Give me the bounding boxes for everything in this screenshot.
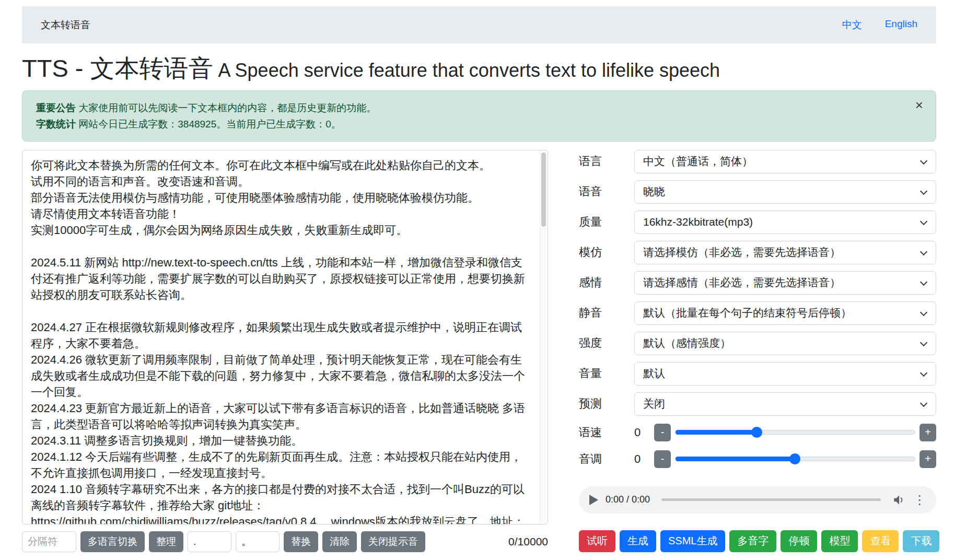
replace-button[interactable]: 替换 xyxy=(284,531,318,552)
label-intensity: 强度 xyxy=(579,335,634,351)
label-predict: 预测 xyxy=(579,396,634,412)
close-icon[interactable]: × xyxy=(915,98,923,112)
polyphone-button[interactable]: 多音字 xyxy=(729,530,776,552)
speed-minus-button[interactable]: - xyxy=(654,424,671,441)
editor-column: 你可将此文本替换为所需的任何文本。你可在此文本框中编写或在此处粘贴你自己的文本。… xyxy=(22,150,548,552)
voice-select[interactable]: 晓晓 xyxy=(634,180,936,204)
clear-button[interactable]: 清除 xyxy=(322,531,357,552)
alert-notice-label: 重要公告 xyxy=(36,102,76,113)
mimic-select-value: 请选择模仿（非必选，需要先选择语音） xyxy=(643,245,841,260)
ssml-generate-button[interactable]: SSML生成 xyxy=(660,530,725,552)
title-main: TTS - 文本转语音 xyxy=(22,54,213,82)
alert-line-stats: 字数统计 网站今日已生成字数：3848925。当前用户已生成字数：0。 xyxy=(36,116,904,132)
textarea-scrollbar[interactable] xyxy=(540,151,547,523)
speed-slider-thumb[interactable] xyxy=(751,427,762,438)
preview-button[interactable]: 试听 xyxy=(579,530,615,552)
volume-icon[interactable] xyxy=(892,493,906,507)
tidy-button[interactable]: 整理 xyxy=(149,531,183,552)
pitch-slider-thumb[interactable] xyxy=(789,453,800,464)
pause-insert-button[interactable]: 停顿 xyxy=(781,530,817,552)
audio-player: 0:00 / 0:00 ⋮ xyxy=(579,486,936,514)
editor-toolbar: 多语言切换 整理 替换 清除 关闭提示音 0/10000 xyxy=(22,531,548,552)
chevron-down-icon xyxy=(920,400,927,407)
view-button[interactable]: 查看 xyxy=(862,530,899,552)
player-menu-icon[interactable]: ⋮ xyxy=(913,494,926,506)
label-language: 语言 xyxy=(579,154,634,169)
scrollbar-thumb[interactable] xyxy=(541,153,546,227)
pitch-plus-button[interactable]: + xyxy=(920,450,936,468)
label-quality: 质量 xyxy=(579,214,634,230)
language-switcher: 中文 English xyxy=(842,18,917,32)
speed-slider-fill xyxy=(676,430,757,435)
intensity-select-value: 默认（感情强度） xyxy=(643,336,731,351)
page-title: TTS - 文本转语音 A Speech service feature tha… xyxy=(22,55,936,82)
lang-link-chinese[interactable]: 中文 xyxy=(842,18,862,32)
chevron-down-icon xyxy=(920,339,927,346)
pitch-slider-row: 音调 0 - + xyxy=(579,449,936,469)
separator-input[interactable] xyxy=(22,531,76,552)
label-speed: 语速 xyxy=(579,425,634,440)
setting-row-language: 语言 中文（普通话，简体） xyxy=(579,150,936,173)
pitch-minus-button[interactable]: - xyxy=(654,450,671,468)
label-silence: 静音 xyxy=(579,305,634,321)
title-subtitle: A Speech service feature that converts t… xyxy=(213,60,720,81)
label-volume: 音量 xyxy=(579,366,634,381)
generate-button[interactable]: 生成 xyxy=(620,530,656,552)
app-brand: 文本转语音 xyxy=(41,18,90,32)
download-button[interactable]: 下载 xyxy=(903,530,939,552)
quality-select-value: 16khz-32kbitrate(mp3) xyxy=(643,216,753,228)
predict-select[interactable]: 关闭 xyxy=(634,392,936,416)
silence-select[interactable]: 默认（批量在每个句子的结束符号后停顿） xyxy=(634,301,936,325)
speed-slider-row: 语速 0 - + xyxy=(579,423,936,442)
speed-plus-button[interactable]: + xyxy=(920,424,936,441)
silence-select-value: 默认（批量在每个句子的结束符号后停顿） xyxy=(643,306,852,320)
volume-select[interactable]: 默认 xyxy=(634,362,936,386)
page: 文本转语音 中文 English TTS - 文本转语音 A Speech se… xyxy=(0,0,966,560)
quality-select[interactable]: 16khz-32kbitrate(mp3) xyxy=(634,211,936,234)
lang-link-english[interactable]: English xyxy=(885,18,917,32)
mimic-select[interactable]: 请选择模仿（非必选，需要先选择语音） xyxy=(634,241,936,264)
main-area: 你可将此文本替换为所需的任何文本。你可在此文本框中编写或在此处粘贴你自己的文本。… xyxy=(22,150,936,552)
player-time: 0:00 / 0:00 xyxy=(606,494,650,505)
label-emotion: 感情 xyxy=(579,275,634,290)
alert-stats-label: 字数统计 xyxy=(36,119,76,130)
model-button[interactable]: 模型 xyxy=(821,530,858,552)
intensity-select[interactable]: 默认（感情强度） xyxy=(634,332,936,355)
settings-column: 语言 中文（普通话，简体） 语音 晓晓 质量 16khz-32kbitrate(… xyxy=(579,150,936,552)
chevron-down-icon xyxy=(920,278,927,286)
chevron-down-icon xyxy=(920,157,927,165)
find-input[interactable] xyxy=(188,531,231,552)
volume-select-value: 默认 xyxy=(643,366,665,381)
chevron-down-icon xyxy=(920,218,927,225)
announcement-alert: 重要公告 大家使用前可以先阅读一下文本框内的内容，都是历史更新的功能。 字数统计… xyxy=(22,90,936,142)
chevron-down-icon xyxy=(920,369,927,377)
player-seek-bar[interactable] xyxy=(661,498,881,501)
emotion-select[interactable]: 请选择感情（非必选，需要先选择语音） xyxy=(634,271,936,295)
setting-row-predict: 预测 关闭 xyxy=(579,392,936,416)
setting-row-emotion: 感情 请选择感情（非必选，需要先选择语音） xyxy=(579,271,936,295)
speed-slider[interactable] xyxy=(675,430,915,435)
predict-select-value: 关闭 xyxy=(643,396,665,411)
chevron-down-icon xyxy=(920,309,927,316)
tts-text-input[interactable]: 你可将此文本替换为所需的任何文本。你可在此文本框中编写或在此处粘贴你自己的文本。… xyxy=(22,150,548,524)
setting-row-intensity: 强度 默认（感情强度） xyxy=(579,332,936,355)
pitch-slider[interactable] xyxy=(675,457,915,461)
chevron-down-icon xyxy=(920,248,927,255)
setting-row-voice: 语音 晓晓 xyxy=(579,180,936,204)
text-editor-wrap: 你可将此文本替换为所需的任何文本。你可在此文本框中编写或在此处粘贴你自己的文本。… xyxy=(22,150,548,524)
setting-row-mimic: 模仿 请选择模仿（非必选，需要先选择语音） xyxy=(579,241,936,264)
label-voice: 语音 xyxy=(579,184,634,200)
language-select[interactable]: 中文（普通话，简体） xyxy=(634,150,936,173)
container: 文本转语音 中文 English TTS - 文本转语音 A Speech se… xyxy=(22,6,936,552)
alert-line-notice: 重要公告 大家使用前可以先阅读一下文本框内的内容，都是历史更新的功能。 xyxy=(36,100,904,116)
chevron-down-icon xyxy=(920,188,927,195)
play-icon[interactable] xyxy=(589,495,598,505)
alert-notice-text: 大家使用前可以先阅读一下文本框内的内容，都是历史更新的功能。 xyxy=(76,102,376,113)
mute-notification-button[interactable]: 关闭提示音 xyxy=(361,531,425,552)
setting-row-silence: 静音 默认（批量在每个句子的结束符号后停顿） xyxy=(579,301,936,325)
char-counter: 0/10000 xyxy=(508,535,548,548)
label-pitch: 音调 xyxy=(579,451,634,467)
voice-select-value: 晓晓 xyxy=(643,184,665,199)
multilang-switch-button[interactable]: 多语言切换 xyxy=(80,531,145,552)
replace-with-input[interactable] xyxy=(236,531,280,552)
